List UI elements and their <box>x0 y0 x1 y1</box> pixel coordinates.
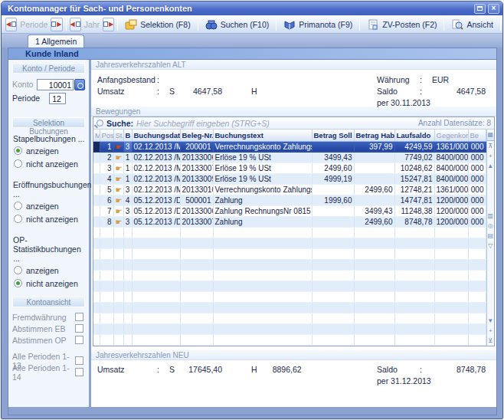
ansicht-button[interactable]: Ansicht <box>447 18 496 31</box>
checkbox-icon <box>75 356 83 365</box>
col-header-b[interactable]: B <box>123 130 132 141</box>
radio-eroeffnung-nicht-anzeigen[interactable]: nicht anzeigen <box>14 213 85 225</box>
zv-posten-button[interactable]: ZV-Posten (F2) <box>363 18 440 31</box>
umsatz-haben-value: 8896,62 <box>262 365 302 374</box>
table-empty-row <box>93 238 486 248</box>
cell-haben: 2499,60 <box>354 216 394 227</box>
table-row[interactable]: 6☛405.12.2013 /Do500001Zahlung1999,60147… <box>93 195 486 205</box>
cell-beleg <box>180 302 213 313</box>
suchen-button[interactable]: Suchen (F10) <box>201 18 273 31</box>
filter-icon[interactable]: ▽ <box>488 241 493 251</box>
close-button[interactable]: × <box>488 4 499 14</box>
cell-st <box>113 248 123 259</box>
table-row[interactable]: 3☛102.12.2013 /Mo20133007Erlöse 19 % USt… <box>93 162 486 173</box>
radio-stapel-anzeigen[interactable]: anzeigen <box>14 145 85 156</box>
radio-op-anzeigen[interactable]: anzeigen <box>14 264 85 276</box>
booking-state-hand-icon: ☛ <box>116 196 123 205</box>
radio-eroeffnung-anzeigen[interactable]: anzeigen <box>14 200 85 212</box>
table-search-bar[interactable]: Suche: Hier Suchbegriff eingeben (STRG+S… <box>93 117 494 130</box>
check-abstimmen-eb[interactable]: Abstimmen EB <box>12 323 85 334</box>
table-row[interactable]: 4☛102.12.2013 /Mo20133009Erlöse 19 % USt… <box>93 173 486 184</box>
check-alle-perioden-14[interactable]: Alle Perioden 1-14 <box>12 366 85 378</box>
konto-input[interactable] <box>37 79 74 90</box>
col-header-beleg-nr[interactable]: Beleg-Nr. <box>180 130 213 141</box>
periode-input[interactable] <box>49 93 66 104</box>
cell-m <box>93 259 100 270</box>
col-header-pos[interactable]: Pos.▼ <box>100 130 113 141</box>
cell-st <box>113 323 123 334</box>
cell-datum <box>132 238 180 248</box>
col-header-m[interactable]: M <box>93 130 100 141</box>
jahr-next-button[interactable]: ▶ <box>103 18 114 31</box>
haben-indicator: H <box>251 365 257 374</box>
check-fremdwaehrung[interactable]: Fremdwährung <box>12 311 85 323</box>
cell-b: 3 <box>123 216 132 227</box>
search-placeholder[interactable]: Hier Suchbegriff eingeben (STRG+S) <box>136 119 415 128</box>
periode-row: Periode <box>12 91 85 105</box>
cell-text: Zahlung <box>213 195 312 205</box>
table-empty-row <box>93 248 486 259</box>
radio-icon <box>14 215 22 223</box>
primanota-button[interactable]: Primanota (F9) <box>280 18 356 31</box>
cell-pos: 4 <box>100 173 113 184</box>
cell-gegen <box>434 281 468 291</box>
selektion-button[interactable]: Selektion (F8) <box>121 18 194 31</box>
cell-text: Erlöse 19 % USt <box>213 152 312 162</box>
col-header-st[interactable]: St. <box>113 130 123 141</box>
radio-label: nicht anzeigen <box>26 279 78 288</box>
checkbox-icon <box>75 336 83 344</box>
periode-label: Periode <box>12 94 49 103</box>
cell-haben <box>354 281 394 291</box>
table-empty-row <box>93 313 486 323</box>
cell-haben: 2499,60 <box>354 184 394 195</box>
radio-op-nicht-anzeigen[interactable]: nicht anzeigen <box>14 277 85 289</box>
periode-prev-button[interactable]: ◀ <box>5 18 17 31</box>
check-abstimmen-op[interactable]: Abstimmen OP <box>12 334 85 346</box>
insert-row-icon[interactable]: + <box>489 326 493 336</box>
radio-stapel-nicht-anzeigen[interactable]: nicht anzeigen <box>14 158 85 169</box>
cell-datum: 05.12.2013 /Do <box>132 205 180 216</box>
search-rows-icon[interactable]: ◎ <box>488 221 493 231</box>
col-header-laufsaldo[interactable]: Laufsaldo <box>394 130 434 141</box>
periode-next-button[interactable]: ▶ <box>51 18 62 31</box>
cell-pos: 8 <box>100 216 113 227</box>
scroll-up-icon[interactable]: ▲ <box>487 161 493 171</box>
col-header-gegenkonto[interactable]: Gegenkonto <box>434 130 468 141</box>
col-header-betrag-soll[interactable]: Betrag Soll <box>312 130 354 141</box>
book-icon <box>283 19 296 30</box>
cell-m <box>93 248 100 259</box>
scroll-top-icon[interactable]: ⊼ <box>488 141 493 151</box>
col-header-be[interactable]: Be <box>468 130 486 141</box>
cell-st: ☛ <box>113 141 123 152</box>
table-row[interactable]: 2☛102.12.2013 /Mo20133006Erlöse 19 % USt… <box>93 152 486 162</box>
cell-datum <box>132 227 180 238</box>
konto-lookup-button[interactable] <box>74 79 85 90</box>
summary-icon[interactable]: ▤ <box>487 231 493 241</box>
grid-icon[interactable]: ▦ <box>487 130 495 141</box>
tab-allgemein[interactable]: 1 Allgemein <box>28 34 84 48</box>
cell-datum: 02.12.2013 /Mo <box>132 173 180 184</box>
restore-button[interactable] <box>474 4 486 14</box>
table-row[interactable]: 5☛302.12.2013 /Mo20133010Verrechnungskon… <box>93 184 486 195</box>
record-count: Anzahl Datensätze: 8 <box>418 119 491 127</box>
table-row[interactable]: 1☛302.12.2013 /Mo200001Verrechnungskonto… <box>93 141 486 152</box>
jahr-prev-button[interactable]: ◀ <box>70 18 81 31</box>
scroll-down-icon[interactable]: ▼ <box>487 316 493 326</box>
col-header-betrag-haben[interactable]: Betrag Haben <box>354 130 394 141</box>
cell-b <box>123 323 132 334</box>
cell-beleg: 500001 <box>180 195 213 205</box>
col-header-buchungstext[interactable]: Buchungstext <box>213 130 312 141</box>
table-row[interactable]: 8☛305.12.2013 /Do20133007Zahlung2499,608… <box>93 216 486 227</box>
checkbox-icon <box>75 313 83 321</box>
table-row[interactable]: 7☛305.12.2013 /Do20133006Zahlung Rechnun… <box>93 205 486 216</box>
cell-st: ☛ <box>113 216 123 227</box>
account-header-band: Kunde Inland <box>8 48 496 60</box>
cell-st <box>113 291 123 302</box>
cell-text <box>213 291 312 302</box>
cell-haben <box>354 173 394 184</box>
col-header-buchungsdatum[interactable]: Buchungsdatum <box>132 130 180 141</box>
column-chooser-icon[interactable]: ▥ <box>487 211 493 221</box>
cell-soll <box>312 141 354 152</box>
scroll-bottom-icon[interactable]: ⊻ <box>488 336 493 346</box>
insert-row-icon[interactable]: + <box>489 151 493 161</box>
